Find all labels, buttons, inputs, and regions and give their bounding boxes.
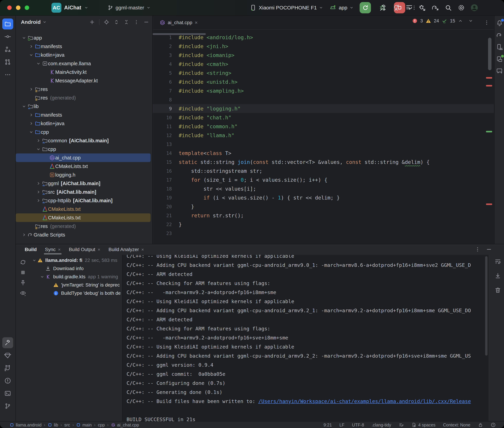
scroll-to-end-icon[interactable] [494, 272, 501, 279]
tree-item-cmakelists-txt[interactable]: CMakeLists.txt [16, 214, 151, 222]
hide-icon[interactable] [143, 19, 149, 25]
sidebar-item-pull-requests[interactable] [2, 57, 13, 67]
chevron-open-icon[interactable] [21, 34, 27, 41]
chevron-closed-icon[interactable] [21, 232, 27, 238]
pin-icon[interactable] [20, 280, 26, 286]
chevron-closed-icon[interactable] [35, 181, 42, 186]
sidebar-item-gemini[interactable] [495, 66, 504, 76]
sync-tree-item[interactable]: build.gradle.ktsapp 1 warning [31, 273, 120, 281]
change-stripe-mark[interactable] [486, 131, 492, 132]
tree-item-res[interactable]: res(generated) [16, 93, 152, 102]
sidebar-item-gradle[interactable] [495, 31, 504, 40]
device-selector[interactable]: Xiaomi POCOPHONE F1 [249, 4, 323, 11]
next-problem-icon[interactable] [468, 18, 473, 24]
tree-item-kotlin-java[interactable]: kotlin+java [16, 119, 152, 128]
sidebar-item-problems[interactable] [2, 375, 13, 386]
tree-item-kotlin-java[interactable]: kotlin+java [16, 51, 152, 59]
select-opened-file-icon[interactable] [103, 19, 109, 25]
sidebar-item-terminal[interactable] [2, 388, 13, 399]
close-window-button[interactable] [7, 6, 12, 10]
error-stripe-mark[interactable] [486, 85, 492, 86]
tree-item-res[interactable]: res(generated) [16, 222, 152, 230]
breadcrumb-item-llama-android[interactable]: llama.android [10, 422, 42, 428]
sidebar-item-build[interactable] [2, 337, 13, 348]
build-run-icon[interactable] [379, 4, 387, 12]
build-options-icon[interactable] [475, 246, 481, 252]
rerun-button[interactable] [360, 2, 371, 13]
tree-item-cpp[interactable]: cpp [16, 145, 152, 153]
editor-area[interactable]: ai_chat.cpp × 3 24 15 1#include <android… [153, 16, 494, 244]
maximize-window-button[interactable] [25, 6, 29, 10]
status-widget-line-separator[interactable]: LF [339, 422, 344, 428]
sidebar-item-structure[interactable] [2, 44, 13, 55]
chevron-closed-icon[interactable] [35, 189, 42, 195]
status-widget-inspection-highlights[interactable] [491, 422, 496, 428]
tree-item-cpp-httplib[interactable]: cpp-httplib[AiChat.lib.main] [16, 196, 152, 205]
hide-build-panel-icon[interactable] [486, 246, 492, 252]
breadcrumb-item-cpp[interactable]: cpp [98, 422, 105, 428]
sidebar-item-version-control[interactable] [2, 401, 13, 412]
tree-item-manifests[interactable]: manifests [16, 42, 152, 51]
clear-all-icon[interactable] [494, 287, 501, 294]
tree-item-ggml[interactable]: ggml[AiChat.lib.main] [16, 179, 152, 188]
error-stripe-mark[interactable] [486, 77, 492, 79]
attach-debugger-icon[interactable] [418, 4, 426, 12]
tree-item-mainactivity-kt[interactable]: MainActivity.kt [16, 68, 152, 76]
tree-item-lib[interactable]: lib [16, 102, 152, 111]
inspections-widget[interactable]: 3 24 15 [412, 18, 473, 24]
chevron-open-icon[interactable] [21, 103, 27, 110]
tree-item-messageadapter-kt[interactable]: MessageAdapter.kt [16, 76, 152, 85]
options-icon[interactable] [133, 19, 139, 25]
status-widget-read-write[interactable] [478, 422, 483, 428]
editor-options-icon[interactable] [484, 19, 490, 26]
log-scrollbar[interactable] [485, 256, 487, 355]
close-tab-icon[interactable]: × [141, 247, 144, 252]
tree-item-cmakelists-txt[interactable]: CMakeLists.txt [16, 162, 152, 171]
chevron-closed-icon[interactable] [28, 86, 35, 92]
settings-icon[interactable] [457, 4, 465, 12]
tree-item-src[interactable]: src[AiChat.lib.main] [16, 188, 152, 196]
sync-tree-item[interactable]: llama.android: fi22 sec, 583 ms [31, 256, 120, 264]
tab-ai-chat-cpp[interactable]: ai_chat.cpp × [156, 17, 201, 28]
breadcrumb-item-src[interactable]: src [64, 422, 70, 428]
close-tab-icon[interactable]: × [58, 247, 60, 252]
tab-sync[interactable]: Sync× [41, 244, 65, 255]
sync-project-icon[interactable] [431, 4, 439, 12]
sync-tree-item[interactable]: BuildType 'debug' is both de [31, 289, 120, 297]
chevron-closed-icon[interactable] [35, 138, 42, 144]
view-options-icon[interactable] [20, 290, 26, 296]
add-icon[interactable] [89, 19, 95, 25]
status-widget-clang-tidy[interactable]: .clang-tidy [372, 422, 391, 428]
tab-build-output[interactable]: Build Output× [65, 244, 104, 255]
tree-item-cpp[interactable]: cpp [16, 128, 152, 136]
stop-icon[interactable] [20, 269, 26, 276]
tree-item-logging-h[interactable]: logging.h [16, 171, 152, 179]
sync-tree-item[interactable]: Download info [31, 264, 120, 273]
chevron-open-icon[interactable] [35, 60, 41, 67]
build-log[interactable]: C/C++: -- Using KleidiAI optimized kerne… [122, 255, 488, 421]
tree-item-com-example-llama[interactable]: com.example.llama [16, 59, 152, 68]
tree-item-gradle-scripts[interactable]: Gradle Scripts [16, 230, 152, 239]
sidebar-item-running-devices[interactable] [495, 54, 504, 64]
sidebar-item-more-tool-windows[interactable] [2, 69, 13, 80]
chevron-closed-icon[interactable] [28, 112, 35, 118]
profile-icon[interactable] [470, 4, 478, 12]
close-tab-icon[interactable]: × [195, 20, 198, 25]
status-widget-context[interactable]: Context: None [443, 422, 470, 428]
chevron-open-icon[interactable] [28, 51, 34, 58]
vcs-branch-widget[interactable]: ggml-master [107, 5, 151, 11]
minimize-window-button[interactable] [16, 6, 20, 10]
chevron-closed-icon[interactable] [28, 121, 35, 126]
sidebar-item-device-manager[interactable] [495, 42, 504, 52]
chevron-open-icon[interactable] [35, 146, 41, 153]
chevron-open-icon[interactable] [28, 129, 34, 135]
sidebar-item-notifications[interactable] [495, 18, 504, 28]
chevron-open-icon[interactable] [32, 257, 37, 263]
tab-build-analyzer[interactable]: Build Analyzer× [104, 244, 148, 255]
previous-problem-icon[interactable] [458, 18, 463, 24]
breadcrumb-item-ai-chat-cpp[interactable]: ai_chat.cpp [111, 422, 139, 428]
sidebar-item-commit[interactable] [2, 31, 13, 42]
search-everywhere-icon[interactable] [444, 4, 452, 12]
collapse-all-icon[interactable] [123, 19, 129, 25]
status-widget-encoding[interactable]: UTF-8 [352, 422, 364, 428]
